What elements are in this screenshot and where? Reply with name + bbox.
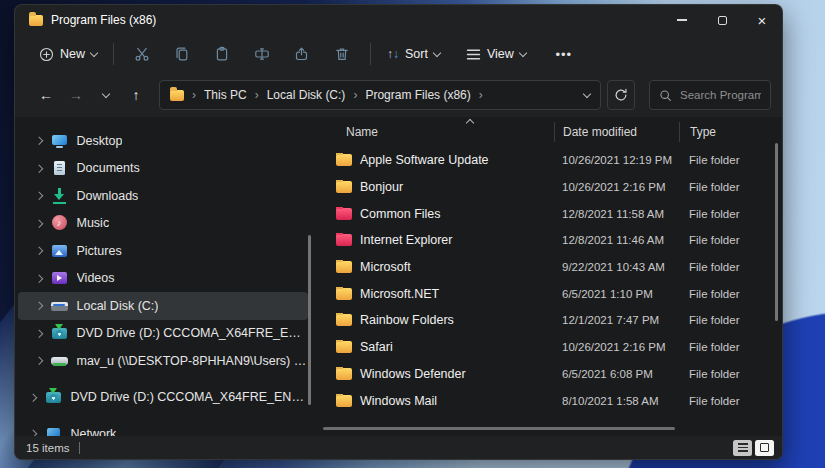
expand-chevron-icon[interactable] <box>35 219 43 227</box>
table-row[interactable]: Apple Software Update 10/26/2021 12:19 P… <box>336 147 782 174</box>
sidebar-item[interactable]: DVD Drive (D:) CCCOMA_X64FRE_EN-GB_DV9 <box>18 320 308 348</box>
breadcrumb-separator: › <box>192 88 196 102</box>
search-box[interactable] <box>649 80 771 110</box>
paste-icon <box>214 46 230 62</box>
icons-view-button[interactable] <box>755 440 774 456</box>
sidebar-item[interactable]: Pictures <box>18 237 308 265</box>
file-type: File folder <box>679 368 782 380</box>
navigation-pane: Desktop Documents Downloads Music <box>15 117 311 436</box>
sidebar-item-icon <box>51 270 68 286</box>
view-label: View <box>487 47 514 61</box>
more-options-button[interactable]: ••• <box>546 38 582 70</box>
expand-chevron-icon[interactable] <box>35 137 43 145</box>
sidebar-item-icon <box>51 188 68 204</box>
delete-button[interactable] <box>322 38 362 70</box>
minimize-button[interactable] <box>662 5 702 35</box>
file-date-modified: 12/1/2021 7:47 PM <box>554 314 679 326</box>
view-toggles <box>733 440 774 456</box>
column-header-type[interactable]: Type <box>679 122 782 142</box>
file-name: Microsoft <box>360 260 411 274</box>
file-date-modified: 8/10/2021 1:58 AM <box>554 395 679 407</box>
sidebar-item-label: Desktop <box>77 134 123 148</box>
breadcrumb-item[interactable]: Local Disk (C:) › <box>267 88 366 102</box>
sidebar-item[interactable]: Videos <box>18 265 308 293</box>
rename-button[interactable] <box>242 38 282 70</box>
column-header-name[interactable]: Name <box>336 122 554 142</box>
share-button[interactable] <box>282 38 322 70</box>
column-header-date-modified[interactable]: Date modified <box>554 122 679 142</box>
details-view-button[interactable] <box>733 440 752 456</box>
folder-icon <box>336 154 352 166</box>
search-input[interactable] <box>680 89 761 101</box>
window-title: Program Files (x86) <box>51 13 156 27</box>
up-button[interactable]: ↑ <box>123 81 149 109</box>
folder-icon <box>29 15 43 26</box>
ellipsis-icon: ••• <box>556 47 573 62</box>
paste-button[interactable] <box>202 38 242 70</box>
expand-chevron-icon[interactable] <box>29 393 37 401</box>
table-row[interactable]: Rainbow Folders 12/1/2021 7:47 PM File f… <box>336 307 782 334</box>
titlebar[interactable]: Program Files (x86) × <box>15 5 782 35</box>
file-name: Windows Defender <box>360 367 466 381</box>
file-date-modified: 9/22/2021 10:43 AM <box>554 261 679 273</box>
expand-chevron-icon[interactable] <box>35 274 43 282</box>
status-bar: 15 items <box>15 436 782 459</box>
table-row[interactable]: Bonjour 10/26/2021 2:16 PM File folder <box>336 174 782 201</box>
sidebar-item[interactable]: DVD Drive (D:) CCCOMA_X64FRE_EN-GB_DV9 <box>18 384 308 412</box>
forward-button[interactable]: → <box>63 81 89 109</box>
expand-chevron-icon[interactable] <box>35 164 43 172</box>
sidebar-item-icon <box>51 133 68 149</box>
horizontal-scrollbar[interactable] <box>323 427 675 431</box>
sidebar-items: Desktop Documents Downloads Music <box>15 127 311 436</box>
table-row[interactable]: Microsoft 9/22/2021 10:43 AM File folder <box>336 254 782 281</box>
view-button[interactable]: View <box>458 38 534 70</box>
table-row[interactable]: Safari 10/26/2021 2:16 PM File folder <box>336 334 782 361</box>
address-bar[interactable]: › This PC › Local Disk (C:) › Program Fi… <box>159 80 601 110</box>
breadcrumb-item[interactable]: Program Files (x86) › <box>365 88 490 102</box>
sidebar-item[interactable]: Local Disk (C:) <box>18 292 308 320</box>
recent-locations-button[interactable] <box>93 81 119 109</box>
sidebar-item-icon <box>51 160 68 176</box>
file-name: Microsoft.NET <box>360 287 439 301</box>
maximize-button[interactable] <box>702 5 742 35</box>
copy-button[interactable] <box>162 38 202 70</box>
expand-chevron-icon[interactable] <box>35 247 43 255</box>
expand-chevron-icon[interactable] <box>35 357 43 365</box>
file-name: Windows Mail <box>360 394 437 408</box>
sort-label: Sort <box>405 47 428 61</box>
command-bar: New <box>15 35 782 73</box>
breadcrumb-item[interactable]: This PC › <box>204 88 267 102</box>
file-type: File folder <box>679 341 782 353</box>
folder-icon <box>336 288 352 300</box>
expand-chevron-icon[interactable] <box>35 302 43 310</box>
sidebar-item-icon <box>45 426 62 436</box>
address-dropdown-chevron-icon[interactable] <box>583 89 591 97</box>
table-row[interactable]: Internet Explorer 12/8/2021 11:46 AM Fil… <box>336 227 782 254</box>
file-name: Apple Software Update <box>360 153 489 167</box>
refresh-button[interactable] <box>607 80 635 110</box>
back-button[interactable]: ← <box>33 81 59 109</box>
sidebar-item[interactable]: Desktop <box>18 127 308 155</box>
table-row[interactable]: Windows Defender 6/5/2021 6:08 PM File f… <box>336 361 782 388</box>
cut-button[interactable] <box>122 38 162 70</box>
sort-button[interactable]: ↑↓ Sort <box>379 38 448 70</box>
sidebar-item[interactable]: Documents <box>18 155 308 183</box>
sidebar-item-icon <box>51 243 68 259</box>
new-button[interactable]: New <box>31 38 105 70</box>
sidebar-item[interactable]: mav_u (\\DESKTOP-8PHHAN9\Users) (Z:) <box>18 347 308 375</box>
expand-chevron-icon[interactable] <box>29 430 37 436</box>
sidebar-item[interactable]: Music <box>18 210 308 238</box>
table-row[interactable]: Microsoft.NET 6/5/2021 1:10 PM File fold… <box>336 280 782 307</box>
table-row[interactable]: Windows Mail 8/10/2021 1:58 AM File fold… <box>336 387 782 414</box>
expand-chevron-icon[interactable] <box>35 329 43 337</box>
close-button[interactable]: × <box>742 5 782 35</box>
folder-icon <box>336 341 352 353</box>
vertical-scrollbar[interactable] <box>775 143 778 321</box>
breadcrumb-separator: › <box>255 88 259 102</box>
toolbar-divider <box>113 43 114 65</box>
sidebar-item[interactable]: Downloads <box>18 182 308 210</box>
table-row[interactable]: Common Files 12/8/2021 11:58 AM File fol… <box>336 200 782 227</box>
file-type: File folder <box>679 261 782 273</box>
expand-chevron-icon[interactable] <box>35 192 43 200</box>
sidebar-item[interactable]: Network <box>18 420 308 436</box>
